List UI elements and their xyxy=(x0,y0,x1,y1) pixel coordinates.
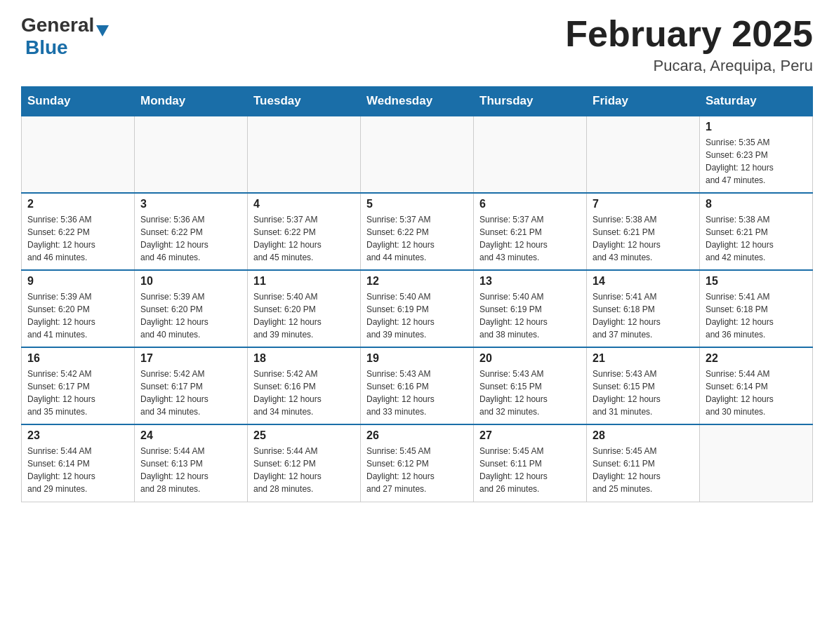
day-info: Sunrise: 5:37 AM Sunset: 6:21 PM Dayligh… xyxy=(479,213,581,264)
calendar-cell: 17Sunrise: 5:42 AM Sunset: 6:17 PM Dayli… xyxy=(135,347,248,424)
title-block: February 2025 Pucara, Arequipa, Peru xyxy=(565,14,813,75)
day-info: Sunrise: 5:36 AM Sunset: 6:22 PM Dayligh… xyxy=(140,213,241,264)
week-row-5: 23Sunrise: 5:44 AM Sunset: 6:14 PM Dayli… xyxy=(22,424,813,502)
calendar-cell: 10Sunrise: 5:39 AM Sunset: 6:20 PM Dayli… xyxy=(135,270,248,347)
logo-general-text: General xyxy=(21,14,94,36)
calendar-cell: 14Sunrise: 5:41 AM Sunset: 6:18 PM Dayli… xyxy=(587,270,700,347)
calendar-table: SundayMondayTuesdayWednesdayThursdayFrid… xyxy=(21,86,813,502)
weekday-header-wednesday: Wednesday xyxy=(361,87,474,116)
day-info: Sunrise: 5:40 AM Sunset: 6:19 PM Dayligh… xyxy=(479,290,581,341)
calendar-cell: 24Sunrise: 5:44 AM Sunset: 6:13 PM Dayli… xyxy=(135,424,248,502)
week-row-1: 1Sunrise: 5:35 AM Sunset: 6:23 PM Daylig… xyxy=(22,116,813,193)
week-row-4: 16Sunrise: 5:42 AM Sunset: 6:17 PM Dayli… xyxy=(22,347,813,424)
calendar-cell xyxy=(700,424,813,502)
day-info: Sunrise: 5:36 AM Sunset: 6:22 PM Dayligh… xyxy=(27,213,128,264)
day-number: 17 xyxy=(140,352,241,365)
day-info: Sunrise: 5:45 AM Sunset: 6:12 PM Dayligh… xyxy=(366,445,468,495)
page-header: General Blue February 2025 Pucara, Arequ… xyxy=(21,14,813,75)
day-info: Sunrise: 5:42 AM Sunset: 6:17 PM Dayligh… xyxy=(140,368,241,418)
day-info: Sunrise: 5:45 AM Sunset: 6:11 PM Dayligh… xyxy=(479,445,581,495)
calendar-cell: 11Sunrise: 5:40 AM Sunset: 6:20 PM Dayli… xyxy=(248,270,361,347)
calendar-cell: 26Sunrise: 5:45 AM Sunset: 6:12 PM Dayli… xyxy=(361,424,474,502)
day-info: Sunrise: 5:43 AM Sunset: 6:15 PM Dayligh… xyxy=(593,368,694,418)
calendar-cell: 21Sunrise: 5:43 AM Sunset: 6:15 PM Dayli… xyxy=(587,347,700,424)
day-number: 27 xyxy=(479,429,581,442)
svg-marker-0 xyxy=(96,25,109,36)
calendar-cell xyxy=(135,116,248,193)
day-info: Sunrise: 5:43 AM Sunset: 6:15 PM Dayligh… xyxy=(479,368,581,418)
page-title: February 2025 xyxy=(565,14,813,54)
day-info: Sunrise: 5:37 AM Sunset: 6:22 PM Dayligh… xyxy=(366,213,468,264)
calendar-cell: 25Sunrise: 5:44 AM Sunset: 6:12 PM Dayli… xyxy=(248,424,361,502)
day-info: Sunrise: 5:40 AM Sunset: 6:19 PM Dayligh… xyxy=(366,290,468,341)
weekday-header-thursday: Thursday xyxy=(474,87,587,116)
page-subtitle: Pucara, Arequipa, Peru xyxy=(565,57,813,75)
calendar-cell: 3Sunrise: 5:36 AM Sunset: 6:22 PM Daylig… xyxy=(135,193,248,270)
day-number: 2 xyxy=(27,198,128,210)
calendar-cell: 9Sunrise: 5:39 AM Sunset: 6:20 PM Daylig… xyxy=(22,270,135,347)
calendar-cell xyxy=(361,116,474,193)
day-info: Sunrise: 5:44 AM Sunset: 6:12 PM Dayligh… xyxy=(253,445,355,495)
calendar-cell: 27Sunrise: 5:45 AM Sunset: 6:11 PM Dayli… xyxy=(474,424,587,502)
calendar-cell: 7Sunrise: 5:38 AM Sunset: 6:21 PM Daylig… xyxy=(587,193,700,270)
day-number: 22 xyxy=(706,352,807,365)
weekday-header-monday: Monday xyxy=(135,87,248,116)
calendar-cell: 16Sunrise: 5:42 AM Sunset: 6:17 PM Dayli… xyxy=(22,347,135,424)
day-number: 5 xyxy=(366,198,468,210)
logo-blue-text: Blue xyxy=(25,36,68,58)
week-row-3: 9Sunrise: 5:39 AM Sunset: 6:20 PM Daylig… xyxy=(22,270,813,347)
calendar-cell xyxy=(474,116,587,193)
day-info: Sunrise: 5:39 AM Sunset: 6:20 PM Dayligh… xyxy=(140,290,241,341)
weekday-header-sunday: Sunday xyxy=(22,87,135,116)
day-number: 1 xyxy=(706,121,807,133)
logo: General Blue xyxy=(21,14,109,59)
weekday-header-tuesday: Tuesday xyxy=(248,87,361,116)
day-info: Sunrise: 5:43 AM Sunset: 6:16 PM Dayligh… xyxy=(366,368,468,418)
day-number: 3 xyxy=(140,198,241,210)
day-number: 24 xyxy=(140,429,241,442)
calendar-cell xyxy=(248,116,361,193)
day-number: 18 xyxy=(253,352,355,365)
day-number: 16 xyxy=(27,352,128,365)
calendar-cell: 8Sunrise: 5:38 AM Sunset: 6:21 PM Daylig… xyxy=(700,193,813,270)
day-number: 19 xyxy=(366,352,468,365)
day-number: 9 xyxy=(27,275,128,288)
day-info: Sunrise: 5:40 AM Sunset: 6:20 PM Dayligh… xyxy=(253,290,355,341)
calendar-cell: 2Sunrise: 5:36 AM Sunset: 6:22 PM Daylig… xyxy=(22,193,135,270)
weekday-header-saturday: Saturday xyxy=(700,87,813,116)
calendar-header-row: SundayMondayTuesdayWednesdayThursdayFrid… xyxy=(22,87,813,116)
day-number: 10 xyxy=(140,275,241,288)
calendar-cell: 19Sunrise: 5:43 AM Sunset: 6:16 PM Dayli… xyxy=(361,347,474,424)
day-number: 20 xyxy=(479,352,581,365)
day-info: Sunrise: 5:44 AM Sunset: 6:14 PM Dayligh… xyxy=(706,368,807,418)
calendar-cell xyxy=(587,116,700,193)
calendar-cell: 22Sunrise: 5:44 AM Sunset: 6:14 PM Dayli… xyxy=(700,347,813,424)
day-number: 11 xyxy=(253,275,355,288)
calendar-cell: 5Sunrise: 5:37 AM Sunset: 6:22 PM Daylig… xyxy=(361,193,474,270)
day-info: Sunrise: 5:41 AM Sunset: 6:18 PM Dayligh… xyxy=(593,290,694,341)
calendar-cell xyxy=(22,116,135,193)
day-info: Sunrise: 5:42 AM Sunset: 6:17 PM Dayligh… xyxy=(27,368,128,418)
calendar-cell: 1Sunrise: 5:35 AM Sunset: 6:23 PM Daylig… xyxy=(700,116,813,193)
day-number: 28 xyxy=(593,429,694,442)
day-info: Sunrise: 5:38 AM Sunset: 6:21 PM Dayligh… xyxy=(706,213,807,264)
calendar-cell: 15Sunrise: 5:41 AM Sunset: 6:18 PM Dayli… xyxy=(700,270,813,347)
day-number: 12 xyxy=(366,275,468,288)
day-number: 23 xyxy=(27,429,128,442)
calendar-cell: 13Sunrise: 5:40 AM Sunset: 6:19 PM Dayli… xyxy=(474,270,587,347)
calendar-cell: 18Sunrise: 5:42 AM Sunset: 6:16 PM Dayli… xyxy=(248,347,361,424)
day-info: Sunrise: 5:35 AM Sunset: 6:23 PM Dayligh… xyxy=(706,136,807,187)
calendar-cell: 4Sunrise: 5:37 AM Sunset: 6:22 PM Daylig… xyxy=(248,193,361,270)
calendar-cell: 20Sunrise: 5:43 AM Sunset: 6:15 PM Dayli… xyxy=(474,347,587,424)
day-info: Sunrise: 5:39 AM Sunset: 6:20 PM Dayligh… xyxy=(27,290,128,341)
calendar-cell: 12Sunrise: 5:40 AM Sunset: 6:19 PM Dayli… xyxy=(361,270,474,347)
day-number: 21 xyxy=(593,352,694,365)
day-number: 15 xyxy=(706,275,807,288)
day-number: 4 xyxy=(253,198,355,210)
day-info: Sunrise: 5:41 AM Sunset: 6:18 PM Dayligh… xyxy=(706,290,807,341)
day-info: Sunrise: 5:38 AM Sunset: 6:21 PM Dayligh… xyxy=(593,213,694,264)
logo-arrow-icon xyxy=(96,25,109,36)
day-number: 7 xyxy=(593,198,694,210)
day-number: 13 xyxy=(479,275,581,288)
day-info: Sunrise: 5:45 AM Sunset: 6:11 PM Dayligh… xyxy=(593,445,694,495)
